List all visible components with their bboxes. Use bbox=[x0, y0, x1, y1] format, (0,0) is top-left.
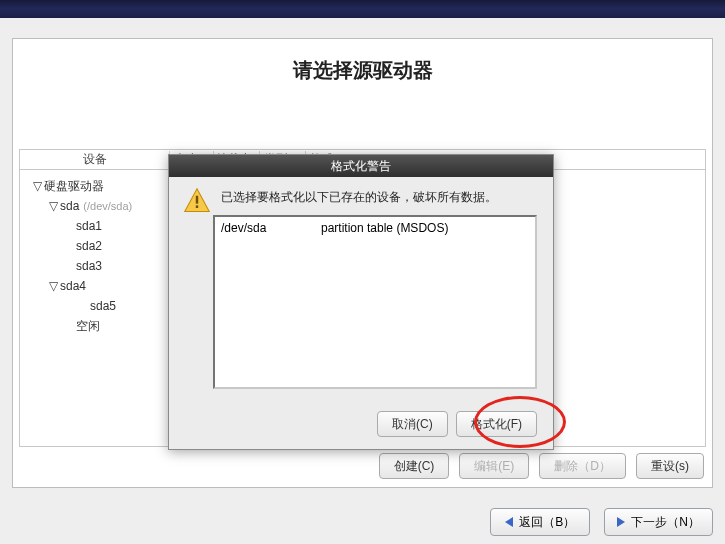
caret-down-icon: ▽ bbox=[48, 276, 58, 296]
list-description: partition table (MSDOS) bbox=[321, 221, 448, 235]
window-titlebar bbox=[0, 0, 725, 18]
col-device: 设备 bbox=[20, 151, 170, 168]
svg-rect-1 bbox=[196, 196, 198, 204]
caret-down-icon: ▽ bbox=[32, 176, 42, 196]
list-device: /dev/sda bbox=[221, 221, 321, 235]
action-bar: 创建(C) 编辑(E) 删除（D） 重设(s) bbox=[379, 453, 704, 479]
delete-button: 删除（D） bbox=[539, 453, 626, 479]
tree-label: sda bbox=[60, 196, 79, 216]
create-button[interactable]: 创建(C) bbox=[379, 453, 450, 479]
reset-button[interactable]: 重设(s) bbox=[636, 453, 704, 479]
nav-bar: 返回（B） 下一步（N） bbox=[490, 508, 713, 536]
svg-rect-2 bbox=[196, 205, 198, 208]
format-warning-dialog: 格式化警告 已选择要格式化以下已存在的设备，破坏所有数据。 /dev/sda p… bbox=[168, 154, 554, 450]
arrow-right-icon bbox=[617, 517, 625, 527]
disk-path: (/dev/sda) bbox=[83, 196, 132, 216]
next-button[interactable]: 下一步（N） bbox=[604, 508, 713, 536]
device-list: /dev/sda partition table (MSDOS) bbox=[213, 215, 537, 389]
dialog-title: 格式化警告 bbox=[169, 155, 553, 177]
cancel-button[interactable]: 取消(C) bbox=[377, 411, 448, 437]
caret-down-icon: ▽ bbox=[48, 196, 58, 216]
edit-button: 编辑(E) bbox=[459, 453, 529, 479]
warning-icon bbox=[183, 187, 211, 215]
back-button[interactable]: 返回（B） bbox=[490, 508, 590, 536]
page-title: 请选择源驱动器 bbox=[13, 57, 712, 84]
arrow-left-icon bbox=[505, 517, 513, 527]
tree-label: 硬盘驱动器 bbox=[44, 176, 104, 196]
dialog-message: 已选择要格式化以下已存在的设备，破坏所有数据。 bbox=[221, 187, 497, 207]
list-item[interactable]: /dev/sda partition table (MSDOS) bbox=[221, 221, 529, 235]
format-button[interactable]: 格式化(F) bbox=[456, 411, 537, 437]
